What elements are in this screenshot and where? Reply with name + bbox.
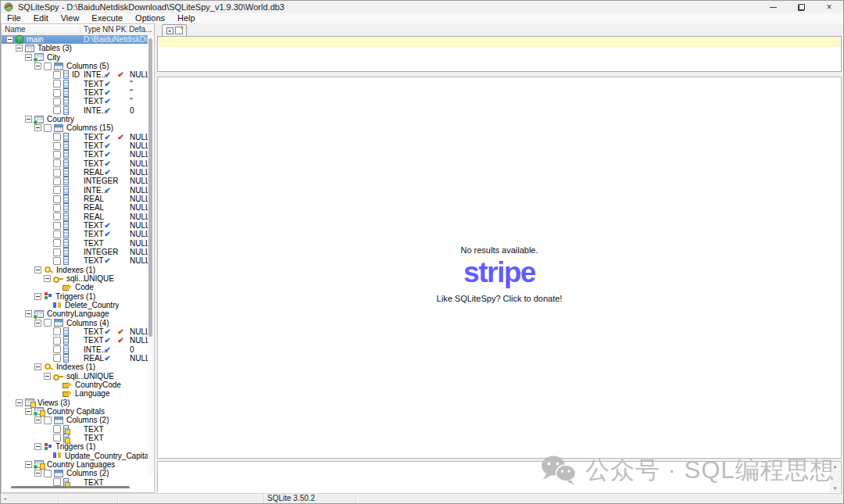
checkbox[interactable]	[44, 319, 52, 327]
tree-row[interactable]: INTEGERNULL	[2, 177, 148, 185]
checkbox[interactable]	[53, 213, 61, 220]
detail-vertical-scrollbar[interactable]: ▲ ▼	[830, 463, 840, 492]
tree-row[interactable]: TEXT✔''	[2, 80, 148, 88]
header-type[interactable]: Type	[84, 25, 101, 34]
tree-row-country-capitals[interactable]: Country Capitals	[2, 407, 148, 416]
tree-row-columns-5-[interactable]: Columns (5)	[2, 62, 148, 70]
menu-help[interactable]: Help	[171, 13, 202, 23]
scroll-up-icon[interactable]: ▲	[833, 464, 838, 469]
sql-editor[interactable]	[157, 36, 842, 72]
tree-row[interactable]: TEXT✔✔NULL	[2, 336, 148, 345]
tree-row-delete-country[interactable]: Delete_Country	[2, 301, 148, 309]
expand-toggle-icon[interactable]	[25, 116, 32, 123]
stripe-logo[interactable]: stripe	[158, 259, 841, 287]
checkbox[interactable]	[53, 106, 61, 114]
tree-row-country[interactable]: Country	[2, 115, 148, 123]
expand-toggle-icon[interactable]	[34, 363, 41, 370]
tree-row-countrycode[interactable]: CountryCode	[2, 381, 148, 389]
checkbox[interactable]	[53, 169, 61, 177]
expand-toggle-icon[interactable]	[34, 293, 41, 300]
tree-row[interactable]: TEXT✔NULL	[2, 256, 148, 265]
checkbox[interactable]	[53, 71, 61, 79]
tree-row[interactable]: REAL✔NULL	[2, 168, 148, 177]
expand-toggle-icon[interactable]	[16, 399, 23, 406]
tree-row[interactable]: TEXTNULL	[2, 239, 148, 248]
tree-row[interactable]: TEXT✔✔NULL	[2, 133, 148, 141]
scrollbar-thumb[interactable]	[11, 486, 130, 488]
tree-row-columns-15-[interactable]: Columns (15)	[2, 123, 148, 132]
tree-row-sqli-[interactable]: sqli...UNIQUE	[2, 274, 148, 283]
expand-toggle-icon[interactable]	[34, 124, 41, 131]
expand-toggle-icon[interactable]	[34, 63, 41, 70]
tree-row-id[interactable]: IDINTE...✔✔NULL	[2, 70, 148, 79]
menu-edit[interactable]: Edit	[27, 13, 55, 23]
minimize-button[interactable]	[759, 1, 787, 13]
expand-toggle-icon[interactable]	[34, 443, 41, 450]
tree-row-indexes-1-[interactable]: Indexes (1)	[2, 266, 148, 274]
tree-row-columns-4-[interactable]: Columns (4)	[2, 319, 148, 327]
tree-vertical-scrollbar[interactable]	[148, 35, 153, 477]
menu-file[interactable]: File	[1, 13, 27, 23]
menu-execute[interactable]: Execute	[85, 13, 129, 23]
tree-row[interactable]: INTEGERNULL	[2, 248, 148, 256]
tree-row-update-country-capitals[interactable]: Update_Country_Capitals	[2, 451, 148, 459]
expand-toggle-icon[interactable]	[6, 36, 13, 43]
checkbox[interactable]	[53, 177, 61, 185]
expand-toggle-icon[interactable]	[34, 416, 41, 424]
tree-row-views-3-[interactable]: Views (3)	[2, 398, 148, 406]
tree-row-triggers-1-[interactable]: Triggers (1)	[2, 442, 148, 451]
tree-row[interactable]: TEXT✔NULL	[2, 141, 148, 150]
tree-row[interactable]: TEXT	[2, 434, 148, 442]
expand-toggle-icon[interactable]	[25, 461, 32, 468]
tree-row[interactable]: TEXT✔NULL	[2, 159, 148, 168]
tree-row-country-languages[interactable]: Country Languages	[2, 460, 148, 469]
tree-horizontal-scrollbar[interactable]	[5, 486, 145, 489]
tab-close-icon[interactable]	[166, 27, 173, 34]
header-pk[interactable]: PK	[116, 25, 126, 34]
tree-row-tables-3-[interactable]: Tables (3)	[2, 44, 148, 52]
checkbox[interactable]	[53, 222, 61, 230]
tree-row-language[interactable]: Language	[2, 389, 148, 398]
expand-toggle-icon[interactable]	[44, 275, 51, 282]
tree-row-indexes-1-[interactable]: Indexes (1)	[2, 363, 148, 371]
checkbox[interactable]	[53, 231, 61, 238]
tree-row-countrylanguage[interactable]: CountryLanguage	[2, 309, 148, 318]
tree-row[interactable]: TEXT✔✔NULL	[2, 327, 148, 336]
tree-row-columns-2-[interactable]: Columns (2)	[2, 416, 148, 424]
expand-toggle-icon[interactable]	[25, 408, 32, 415]
checkbox[interactable]	[44, 470, 52, 477]
checkbox[interactable]	[53, 195, 61, 203]
tree-row-columns-2-[interactable]: Columns (2)	[2, 469, 148, 477]
tree-row[interactable]: REALNULL	[2, 203, 148, 212]
checkbox[interactable]	[53, 186, 61, 194]
tree-row-sqli-[interactable]: sqli...UNIQUE	[2, 371, 148, 380]
tree-row[interactable]: TEXT✔''	[2, 88, 148, 97]
tree-row[interactable]: INTE...✔0	[2, 345, 148, 353]
tree-row-triggers-1-[interactable]: Triggers (1)	[2, 292, 148, 301]
checkbox[interactable]	[53, 478, 61, 486]
checkbox[interactable]	[53, 425, 61, 433]
tree-row[interactable]: TEXT✔''	[2, 97, 148, 105]
checkbox[interactable]	[53, 159, 61, 167]
header-nn[interactable]: NN	[102, 25, 113, 34]
checkbox[interactable]	[53, 354, 61, 362]
checkbox[interactable]	[53, 337, 61, 345]
expand-toggle-icon[interactable]	[44, 373, 51, 380]
checkbox[interactable]	[53, 434, 61, 441]
menu-options[interactable]: Options	[129, 13, 171, 23]
checkbox[interactable]	[53, 239, 61, 247]
scroll-down-icon[interactable]: ▼	[833, 486, 838, 491]
tree-row[interactable]: TEXT	[2, 424, 148, 433]
tree-row-city[interactable]: City	[2, 53, 148, 62]
checkbox[interactable]	[53, 98, 61, 105]
menu-view[interactable]: View	[55, 13, 86, 23]
checkbox[interactable]	[53, 142, 61, 150]
tree-row[interactable]: REAL✔NULL	[2, 354, 148, 363]
expand-toggle-icon[interactable]	[25, 54, 32, 61]
checkbox[interactable]	[53, 151, 61, 159]
tree-row[interactable]: INTE...✔0	[2, 106, 148, 115]
checkbox[interactable]	[44, 124, 52, 132]
expand-toggle-icon[interactable]	[34, 470, 41, 477]
checkbox[interactable]	[53, 89, 61, 97]
query-tab[interactable]	[162, 24, 187, 36]
